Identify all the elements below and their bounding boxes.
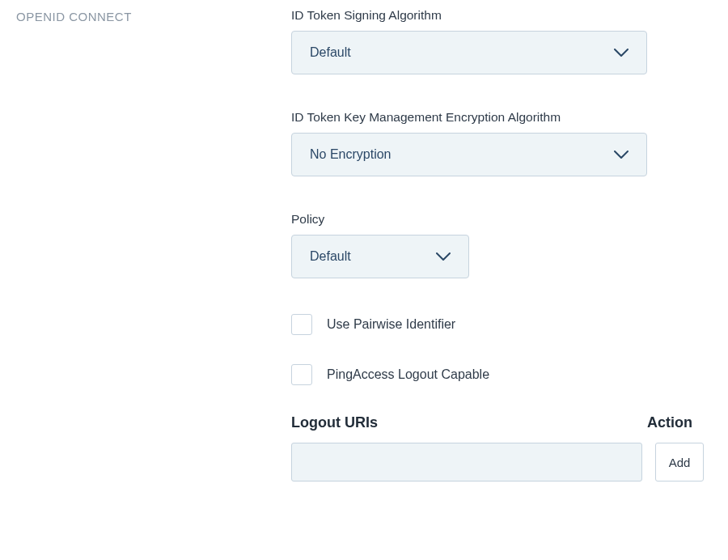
field-use-pairwise: Use Pairwise Identifier (291, 314, 704, 335)
field-pingaccess-logout: PingAccess Logout Capable (291, 364, 704, 385)
select-policy-value: Default (310, 249, 351, 264)
logout-uris-section: Logout URIs Action Add (291, 414, 704, 482)
logout-uris-header: Logout URIs Action (291, 414, 704, 431)
field-id-token-key-mgmt: ID Token Key Management Encryption Algor… (291, 110, 704, 176)
label-use-pairwise: Use Pairwise Identifier (327, 317, 455, 332)
chevron-down-icon (436, 252, 451, 261)
select-id-token-signing[interactable]: Default (291, 31, 647, 74)
checkbox-use-pairwise[interactable] (291, 314, 312, 335)
label-id-token-key-mgmt: ID Token Key Management Encryption Algor… (291, 110, 704, 125)
logout-uris-heading: Logout URIs (291, 414, 378, 431)
label-id-token-signing: ID Token Signing Algorithm (291, 8, 704, 23)
openid-connect-section: OPENID CONNECT ID Token Signing Algorith… (0, 0, 728, 506)
field-id-token-signing: ID Token Signing Algorithm Default (291, 8, 704, 74)
label-pingaccess-logout: PingAccess Logout Capable (327, 367, 489, 382)
select-policy[interactable]: Default (291, 235, 469, 278)
select-id-token-key-mgmt-value: No Encryption (310, 147, 392, 162)
field-policy: Policy Default (291, 212, 704, 278)
checkbox-pingaccess-logout[interactable] (291, 364, 312, 385)
section-heading: OPENID CONNECT (16, 8, 291, 482)
chevron-down-icon (614, 151, 629, 159)
logout-uris-row: Add (291, 443, 704, 482)
logout-uri-input[interactable] (291, 443, 642, 482)
label-policy: Policy (291, 212, 704, 227)
add-logout-uri-button[interactable]: Add (655, 443, 704, 482)
logout-uris-action-heading: Action (647, 414, 704, 431)
chevron-down-icon (614, 49, 629, 57)
select-id-token-signing-value: Default (310, 45, 351, 60)
openid-connect-form: ID Token Signing Algorithm Default ID To… (291, 8, 704, 482)
select-id-token-key-mgmt[interactable]: No Encryption (291, 133, 647, 176)
